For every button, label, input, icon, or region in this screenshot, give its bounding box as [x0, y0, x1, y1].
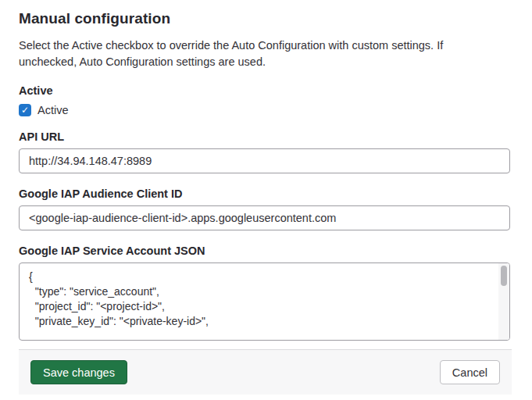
active-checkbox-label[interactable]: Active — [37, 104, 69, 116]
service-account-json-form-group: Google IAP Service Account JSON { "type"… — [19, 245, 512, 341]
active-checkbox-row: ✓ Active — [19, 104, 512, 116]
save-changes-button[interactable]: Save changes — [30, 360, 127, 384]
active-form-group: Active ✓ Active — [19, 84, 512, 116]
audience-client-id-form-group: Google IAP Audience Client ID — [19, 188, 512, 230]
api-url-form-group: API URL — [19, 130, 512, 173]
textarea-scrollbar-thumb[interactable] — [501, 266, 507, 286]
textarea-scrollbar-track[interactable] — [498, 263, 509, 340]
page-description: Select the Active checkbox to override t… — [19, 38, 492, 70]
service-account-json-label: Google IAP Service Account JSON — [19, 245, 512, 257]
checkmark-icon: ✓ — [21, 105, 29, 116]
manual-configuration-panel: Manual configuration Select the Active c… — [0, 0, 532, 341]
audience-client-id-label: Google IAP Audience Client ID — [19, 188, 512, 200]
audience-client-id-input[interactable] — [19, 205, 510, 230]
page-title: Manual configuration — [19, 10, 512, 27]
api-url-input[interactable] — [19, 148, 510, 173]
api-url-label: API URL — [19, 130, 512, 143]
service-account-json-textarea[interactable]: { "type": "service_account", "project_id… — [19, 262, 510, 341]
active-checkbox[interactable]: ✓ — [19, 104, 31, 116]
form-actions-footer: Save changes Cancel — [19, 349, 512, 395]
active-group-label: Active — [19, 84, 512, 97]
service-account-json-wrap: { "type": "service_account", "project_id… — [19, 262, 510, 341]
cancel-button[interactable]: Cancel — [440, 360, 500, 384]
